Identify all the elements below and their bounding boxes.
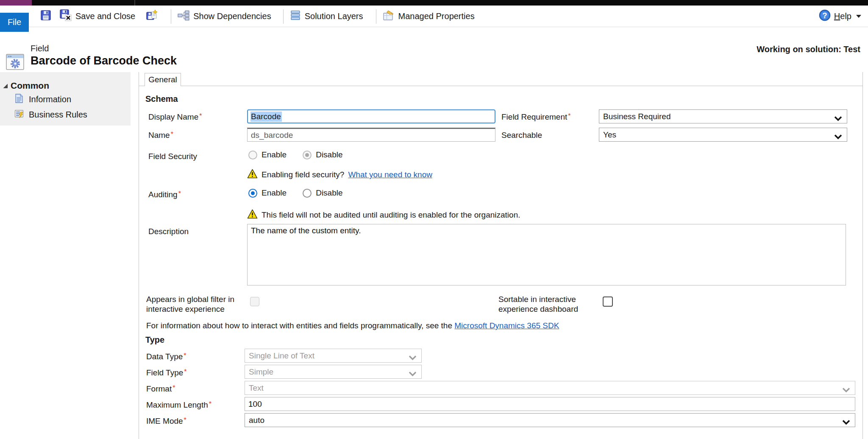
searchable-select[interactable]: Yes bbox=[599, 128, 847, 142]
data-type-select: Single Line of Text bbox=[245, 349, 422, 363]
sortable-label: Sortable in interactive experience dashb… bbox=[498, 294, 578, 314]
schema-section-heading: Schema bbox=[145, 94, 178, 104]
help-menu-button[interactable]: ? Help bbox=[818, 6, 861, 27]
auditing-enable-label: Enable bbox=[262, 188, 287, 198]
sidebar-item-information[interactable]: Information bbox=[14, 93, 71, 106]
save-and-close-label: Save and Close bbox=[75, 11, 135, 21]
field-security-warning-text: Enabling field security? bbox=[262, 170, 344, 179]
chevron-down-icon bbox=[856, 15, 861, 18]
navigation-sidebar: Common Information Business Rules bbox=[0, 72, 131, 126]
toolbar-separator bbox=[171, 9, 171, 24]
required-marker: * bbox=[568, 112, 570, 120]
sortable-checkbox[interactable] bbox=[603, 296, 613, 307]
field-security-disable-radio bbox=[303, 151, 312, 159]
type-section-heading: Type bbox=[145, 335, 164, 345]
command-toolbar: Save and Close Show Dependencies Solutio… bbox=[0, 6, 868, 27]
solution-layers-label: Solution Layers bbox=[305, 11, 363, 21]
file-tab[interactable]: File bbox=[0, 13, 29, 32]
required-marker: * bbox=[209, 400, 211, 408]
display-name-value: Barcode bbox=[250, 112, 282, 122]
sidebar-item-label: Business Rules bbox=[29, 110, 87, 120]
brand-strip bbox=[0, 0, 32, 6]
show-dependencies-icon bbox=[178, 10, 189, 23]
save-and-new-icon bbox=[146, 9, 158, 23]
sdk-link[interactable]: Microsoft Dynamics 365 SDK bbox=[454, 321, 559, 330]
field-entity-icon bbox=[6, 52, 25, 73]
business-rules-icon bbox=[14, 109, 24, 121]
ime-mode-value: auto bbox=[249, 416, 264, 425]
auditing-enable-radio[interactable] bbox=[248, 189, 257, 198]
managed-properties-button[interactable]: Managed Properties bbox=[383, 10, 475, 23]
sidebar-group-common[interactable]: Common bbox=[3, 81, 49, 91]
global-filter-checkbox bbox=[250, 297, 259, 306]
field-security-enable-radio bbox=[248, 151, 257, 159]
chevron-down-icon bbox=[408, 353, 417, 363]
tree-expander-icon bbox=[3, 81, 8, 91]
solution-layers-button[interactable]: Solution Layers bbox=[290, 10, 363, 23]
global-filter-label: Appears in global filter in interactive … bbox=[146, 294, 234, 314]
field-security-disable-label: Disable bbox=[316, 150, 342, 159]
max-length-label: Maximum Length* bbox=[146, 400, 211, 410]
toolbar-buttons: Save and Close Show Dependencies Solutio… bbox=[40, 6, 475, 27]
solution-layers-icon bbox=[290, 10, 301, 23]
searchable-label: Searchable bbox=[501, 131, 542, 140]
toolbar-separator bbox=[376, 9, 376, 24]
auditing-radio-group: Enable Disable bbox=[248, 188, 343, 198]
show-dependencies-button[interactable]: Show Dependencies bbox=[178, 10, 271, 23]
field-requirement-select[interactable]: Business Required bbox=[599, 109, 847, 123]
save-button[interactable] bbox=[40, 10, 51, 23]
required-marker: * bbox=[184, 417, 186, 424]
auditing-warning: This field will not be audited until aud… bbox=[247, 209, 520, 221]
panel-border-left bbox=[139, 72, 139, 439]
sdk-info-line: For information about how to interact wi… bbox=[146, 321, 559, 330]
information-icon bbox=[14, 93, 24, 106]
tab-strip-border bbox=[139, 86, 863, 86]
sidebar-group-label: Common bbox=[11, 81, 49, 91]
sidebar-item-label: Information bbox=[29, 95, 71, 104]
help-icon: ? bbox=[818, 9, 831, 24]
field-security-label: Field Security bbox=[148, 152, 197, 161]
field-security-help-link[interactable]: What you need to know bbox=[348, 170, 432, 179]
title-bar-divider bbox=[134, 0, 135, 6]
format-value: Text bbox=[249, 383, 264, 393]
field-type-select: Simple bbox=[245, 365, 422, 379]
data-type-label: Data Type* bbox=[146, 352, 186, 361]
required-marker: * bbox=[199, 112, 202, 120]
required-marker: * bbox=[171, 131, 173, 138]
ime-mode-select[interactable]: auto bbox=[245, 413, 855, 427]
field-security-radio-group: Enable Disable bbox=[248, 150, 343, 159]
field-type-value: Simple bbox=[249, 367, 273, 377]
save-and-close-button[interactable]: Save and Close bbox=[60, 9, 135, 23]
field-security-enable-label: Enable bbox=[262, 150, 287, 159]
chevron-down-icon bbox=[834, 114, 843, 123]
required-marker: * bbox=[184, 368, 186, 375]
save-and-new-button[interactable] bbox=[146, 9, 158, 23]
panel-border-right bbox=[862, 72, 863, 439]
auditing-disable-radio[interactable] bbox=[303, 189, 312, 198]
field-type-label: Field Type* bbox=[146, 368, 187, 377]
app-window: Save and Close Show Dependencies Solutio… bbox=[0, 0, 868, 439]
ime-mode-label: IME Mode* bbox=[146, 417, 186, 426]
auditing-warning-text: This field will not be audited until aud… bbox=[262, 210, 520, 220]
chevron-down-icon bbox=[842, 386, 851, 395]
auditing-disable-label: Disable bbox=[316, 188, 342, 198]
svg-text:?: ? bbox=[822, 11, 827, 20]
display-name-input[interactable]: Barcode bbox=[247, 109, 495, 123]
auditing-label: Auditing* bbox=[148, 190, 181, 199]
managed-properties-label: Managed Properties bbox=[398, 11, 475, 21]
working-on-solution-label: Working on solution: Test bbox=[757, 45, 860, 54]
tab-general[interactable]: General bbox=[145, 73, 181, 86]
warning-icon bbox=[247, 169, 258, 181]
chevron-down-icon bbox=[834, 132, 843, 142]
record-type-label: Field bbox=[31, 44, 49, 53]
display-name-label: Display Name* bbox=[148, 112, 202, 122]
description-label: Description bbox=[148, 227, 189, 236]
max-length-input[interactable] bbox=[245, 397, 855, 411]
managed-properties-icon bbox=[383, 10, 395, 23]
toolbar-separator bbox=[283, 9, 284, 24]
name-label: Name* bbox=[148, 131, 173, 140]
chevron-down-icon bbox=[842, 418, 851, 427]
sidebar-item-business-rules[interactable]: Business Rules bbox=[14, 109, 87, 121]
required-marker: * bbox=[184, 352, 186, 359]
description-textarea[interactable]: The name of the custom entity. bbox=[247, 224, 846, 285]
